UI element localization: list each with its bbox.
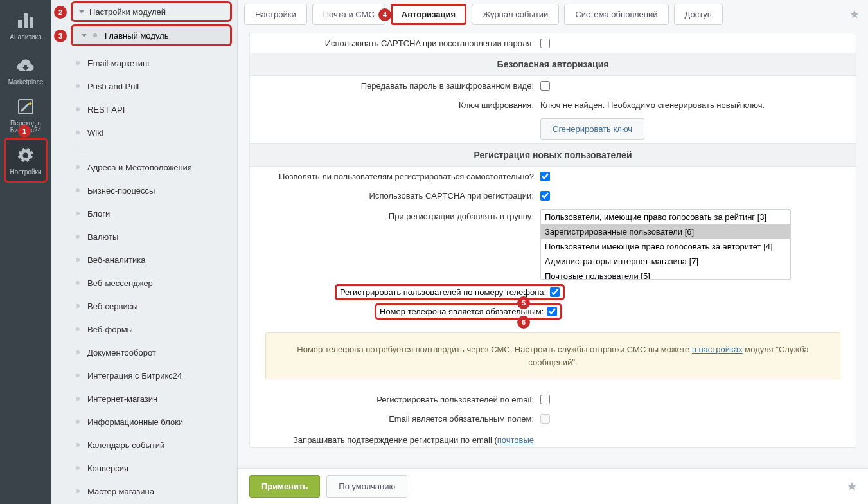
rail-analytics-label: Аналитика xyxy=(10,33,42,40)
sidebar-item[interactable]: Валюты xyxy=(51,225,237,248)
settings-panel: Использовать CAPTCHA при восстановлении … xyxy=(249,33,856,448)
label-reg-by-phone: Регистрировать пользователей по номеру т… xyxy=(340,287,550,297)
magic-wand-icon xyxy=(15,96,36,117)
sidebar-item[interactable]: Wiki xyxy=(51,121,237,144)
label-allow-selfreg: Позволять ли пользователям регистрироват… xyxy=(250,172,539,181)
sidebar-item[interactable]: Интернет-магазин xyxy=(51,387,237,410)
label-captcha-restore: Использовать CAPTCHA при восстановлении … xyxy=(250,39,539,48)
sidebar-item[interactable]: Веб-сервисы xyxy=(51,294,237,318)
row-enc-key: Ключ шифрования: Ключ не найден. Необход… xyxy=(250,95,856,114)
label-confirm-email: Запрашивать подтверждение регистрации по… xyxy=(250,435,539,445)
sidebar-list: Email-маркетинг Push and Pull REST API W… xyxy=(51,49,237,504)
sidebar-item[interactable]: Веб-формы xyxy=(51,318,237,341)
gear-icon xyxy=(15,145,36,166)
sidebar-item[interactable]: Бизнес-процессы xyxy=(51,179,237,202)
row-email-required: Email является обязательным полем: xyxy=(250,409,856,428)
content-scroll[interactable]: Использовать CAPTCHA при восстановлении … xyxy=(238,29,868,468)
module-settings-label: Настройки модулей xyxy=(89,7,166,17)
checkbox-reg-by-phone[interactable] xyxy=(550,287,560,297)
rail-analytics[interactable]: Аналитика xyxy=(4,3,48,48)
checkbox-reg-by-email[interactable] xyxy=(540,395,550,404)
row-allow-selfreg: Позволять ли пользователям регистрироват… xyxy=(250,166,856,186)
section-register: Регистрация новых пользователей xyxy=(250,143,856,166)
sidebar-item[interactable]: Документооборот xyxy=(51,341,237,364)
sidebar-item[interactable]: Блоги xyxy=(51,202,237,225)
annotation-3: 3 xyxy=(54,30,67,42)
annotation-4: 4 xyxy=(378,8,391,21)
sidebar-item[interactable]: Календарь событий xyxy=(51,433,237,456)
apply-button[interactable]: Применить xyxy=(249,475,320,498)
chevron-down-icon xyxy=(79,10,84,14)
chevron-down-icon xyxy=(82,34,87,37)
select-groups[interactable]: Пользователи, имеющие право голосовать з… xyxy=(540,209,791,280)
tabbar: Настройки Почта и СМС 4 Авторизация Журн… xyxy=(238,0,868,29)
row-reg-by-phone: 5 Регистрировать пользователей по номеру… xyxy=(250,284,856,303)
checkbox-phone-required[interactable] xyxy=(547,307,557,316)
section-secure-auth: Безопасная авторизация xyxy=(250,53,856,76)
info-sms-box: Номер телефона потребуется подтвердить ч… xyxy=(265,332,840,379)
sidebar-item[interactable]: REST API xyxy=(51,98,237,121)
label-email-required: Email является обязательным полем: xyxy=(250,414,539,424)
annotation-1: 1 xyxy=(18,125,31,138)
svg-rect-0 xyxy=(18,20,22,28)
annotation-2: 2 xyxy=(54,6,67,19)
sidebar-item[interactable]: Веб-аналитика xyxy=(51,248,237,271)
rail-settings[interactable]: Настройки xyxy=(4,138,48,183)
rail-marketplace-label: Marketplace xyxy=(8,78,43,86)
checkbox-captcha-reg[interactable] xyxy=(540,191,550,201)
sidebar-item[interactable]: Адреса и Местоположения xyxy=(51,156,237,179)
row-add-to-group: При регистрации добавлять в группу: Поль… xyxy=(250,205,856,284)
row-encrypted-pass: Передавать пароль в зашифрованном виде: xyxy=(250,76,856,95)
row-gen-key: Сгенерировать ключ xyxy=(250,114,856,143)
tab-event-log[interactable]: Журнал событий xyxy=(472,4,559,25)
sidebar: 2 Настройки модулей 3 Главный модуль Ema… xyxy=(51,0,238,504)
row-phone-required: 6 Номер телефона является обязательным: xyxy=(250,303,856,322)
checkbox-captcha-restore[interactable] xyxy=(540,39,550,48)
sidebar-item[interactable]: Веб-мессенджер xyxy=(51,271,237,294)
label-enc-key: Ключ шифрования: xyxy=(250,100,539,110)
checkbox-email-required xyxy=(540,414,550,424)
sidebar-separator xyxy=(51,144,237,156)
label-captcha-reg: Использовать CAPTCHA при регистрации: xyxy=(250,191,539,201)
tree-module-settings[interactable]: Настройки модулей xyxy=(71,1,232,22)
row-confirm-email: Запрашивать подтверждение регистрации по… xyxy=(250,428,856,447)
tab-access[interactable]: Доступ xyxy=(674,4,723,25)
row-captcha-reg: Использовать CAPTCHA при регистрации: xyxy=(250,186,856,205)
tree-main-module[interactable]: Главный модуль xyxy=(71,24,232,46)
enc-key-value: Ключ не найден. Необходимо сгенерировать… xyxy=(540,100,765,110)
mail-templates-link[interactable]: почтовые xyxy=(497,435,534,445)
checkbox-encrypted-pass[interactable] xyxy=(540,81,550,91)
label-reg-by-email: Регистрировать пользователей по email: xyxy=(250,395,539,404)
footer-pin-icon[interactable] xyxy=(847,482,856,491)
pin-icon[interactable] xyxy=(847,8,862,22)
sidebar-item[interactable]: Email-маркетинг xyxy=(51,51,237,75)
sidebar-item[interactable]: Интеграция с Битрикс24 xyxy=(51,364,237,387)
rail-marketplace[interactable]: Marketplace xyxy=(4,48,48,93)
cloud-download-icon xyxy=(15,55,36,76)
tab-settings[interactable]: Настройки xyxy=(244,4,307,25)
sidebar-item[interactable]: Мастер магазина xyxy=(51,480,237,503)
sidebar-item[interactable]: Информационные блоки xyxy=(51,410,237,433)
icon-rail: Аналитика Marketplace Переход вБитрикс24… xyxy=(0,0,51,504)
tab-mail-sms[interactable]: Почта и СМС 4 xyxy=(312,4,385,25)
bar-chart-icon xyxy=(15,10,36,31)
annotation-6: 6 xyxy=(517,316,530,328)
checkbox-allow-selfreg[interactable] xyxy=(540,172,550,181)
footer-bar: Применить По умолчанию xyxy=(238,468,868,504)
bullet-icon xyxy=(93,33,97,37)
tab-update-system[interactable]: Система обновлений xyxy=(564,4,668,25)
rail-settings-label: Настройки xyxy=(10,168,41,176)
main-module-label: Главный модуль xyxy=(105,31,168,40)
default-button[interactable]: По умолчанию xyxy=(326,475,407,498)
generate-key-button[interactable]: Сгенерировать ключ xyxy=(540,118,644,140)
rail-goto-b24[interactable]: Переход вБитрикс24 1 xyxy=(4,93,48,138)
svg-rect-1 xyxy=(24,14,28,28)
row-reg-by-email: Регистрировать пользователей по email: xyxy=(250,390,856,409)
label-encrypted-pass: Передавать пароль в зашифрованном виде: xyxy=(250,81,539,91)
sidebar-item[interactable]: Конверсия xyxy=(51,456,237,480)
sidebar-item[interactable]: Push and Pull xyxy=(51,75,237,98)
label-add-to-group: При регистрации добавлять в группу: xyxy=(250,209,539,221)
sms-settings-link[interactable]: в настройках xyxy=(692,345,743,354)
svg-rect-2 xyxy=(30,17,33,28)
tab-authorization[interactable]: Авторизация xyxy=(391,4,466,25)
